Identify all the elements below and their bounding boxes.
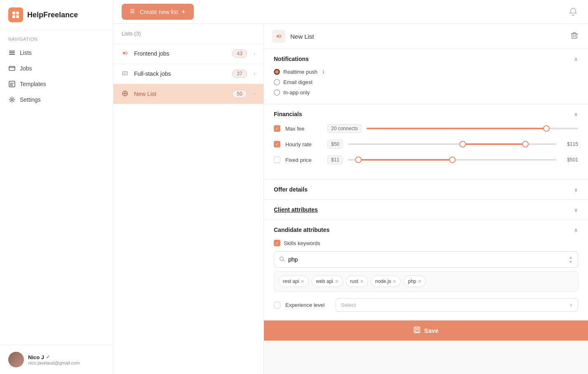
maxfee-slider[interactable]	[367, 124, 578, 133]
create-new-list-button[interactable]: Create new list +	[122, 4, 194, 20]
tag-nodejs[interactable]: node.js ✕	[371, 276, 401, 287]
fixed-checkbox[interactable]	[274, 157, 280, 163]
nav-label: Navigation	[0, 30, 113, 45]
financials-header[interactable]: Financials ∧	[264, 104, 588, 124]
notifications-chevron: ∧	[574, 56, 578, 62]
skills-search-box[interactable]: ▲ ▼	[274, 251, 578, 268]
user-name: Nico J ✓	[28, 354, 80, 360]
svg-rect-11	[10, 85, 13, 86]
lists-panel: Lists (3) Frontend jobs 43 › Full-stack …	[113, 24, 264, 374]
offer-details-header[interactable]: Offer details ∨	[264, 180, 588, 199]
financials-section: Financials ∧ ✓ Max fee 20 connects	[264, 104, 588, 180]
tag-close-php[interactable]: ✕	[418, 279, 421, 284]
financials-body: ✓ Max fee 20 connects	[264, 124, 588, 179]
svg-point-22	[280, 257, 284, 260]
sidebar-item-templates[interactable]: Templates	[0, 76, 113, 92]
templates-icon	[8, 80, 16, 88]
newlist-icon	[122, 90, 129, 98]
frontend-name: Frontend jobs	[134, 50, 227, 57]
fullstack-icon	[122, 70, 129, 78]
maxfee-track	[367, 128, 578, 129]
jobs-icon	[8, 65, 16, 72]
list-item-frontend[interactable]: Frontend jobs 43 ›	[113, 44, 263, 64]
skills-checkbox[interactable]: ✓	[274, 240, 280, 246]
maxfee-label: Max fee	[285, 126, 322, 132]
financials-chevron: ∧	[574, 111, 578, 117]
svg-rect-9	[10, 83, 14, 84]
fixed-value: $11	[327, 155, 343, 164]
candidate-attributes-title: Candidate attributes	[274, 227, 329, 233]
lists-header: Lists (3)	[113, 24, 263, 44]
candidate-attributes-header[interactable]: Candidate attributes ∧	[264, 220, 588, 240]
experience-row: Experience level Select ∨	[274, 298, 578, 312]
sidebar-item-lists[interactable]: Lists	[0, 45, 113, 61]
radio-inapp-label: In-app only	[283, 89, 310, 96]
sidebar-label-settings: Settings	[20, 96, 41, 103]
logo-area: HelpFreelance	[0, 0, 113, 30]
search-stepper[interactable]: ▲ ▼	[569, 255, 573, 264]
tag-close-webapi[interactable]: ✕	[335, 279, 339, 284]
tag-rust[interactable]: rust ✕	[346, 276, 368, 287]
svg-rect-7	[9, 66, 15, 70]
exp-checkbox[interactable]	[274, 302, 280, 309]
logo-icon	[8, 7, 23, 22]
plus-icon: +	[181, 8, 186, 16]
fixed-slider[interactable]	[348, 156, 557, 164]
sidebar-item-settings[interactable]: Settings	[0, 92, 113, 108]
maxfee-checkbox[interactable]: ✓	[274, 125, 280, 132]
tag-webapi[interactable]: web api ✕	[311, 276, 343, 287]
radio-inapp[interactable]: In-app only	[274, 89, 578, 96]
svg-rect-24	[415, 330, 419, 332]
svg-rect-15	[130, 12, 134, 13]
tag-close-nodejs[interactable]: ✕	[393, 279, 396, 284]
maxfee-thumb[interactable]	[543, 125, 550, 132]
radio-email[interactable]: Email digest	[274, 79, 578, 85]
client-attributes-section: Client attributes ∨	[264, 200, 588, 220]
client-attributes-header[interactable]: Client attributes ∨	[264, 200, 588, 220]
notification-icon[interactable]	[567, 5, 580, 19]
search-icon	[279, 256, 285, 263]
exp-label: Experience level	[285, 302, 331, 308]
hourly-thumb2[interactable]	[522, 141, 529, 147]
list-item-newlist[interactable]: New List 50 ›	[113, 84, 263, 104]
exp-select[interactable]: Select ∨	[336, 298, 578, 312]
newlist-name: New List	[134, 91, 227, 97]
fullstack-chevron: ›	[254, 71, 255, 77]
maxfee-row: ✓ Max fee 20 connects	[274, 124, 578, 133]
radio-realtime-input[interactable]	[274, 69, 280, 75]
hourly-track	[348, 143, 557, 145]
radio-email-input[interactable]	[274, 79, 280, 85]
fixed-thumb1[interactable]	[355, 157, 362, 163]
exp-placeholder: Select	[341, 302, 356, 308]
user-info: Nico J ✓ nico.javelaud@gmail.com	[28, 354, 80, 365]
client-attributes-title: Client attributes	[274, 206, 318, 213]
radio-inapp-input[interactable]	[274, 89, 280, 96]
hourly-slider[interactable]	[348, 140, 557, 148]
sidebar-item-jobs[interactable]: Jobs	[0, 61, 113, 76]
save-button[interactable]: Save	[264, 320, 588, 341]
notifications-header[interactable]: Notifications ∧	[264, 49, 588, 69]
fixed-thumb2[interactable]	[449, 157, 456, 163]
skills-search-input[interactable]	[288, 256, 565, 263]
svg-rect-2	[12, 15, 15, 18]
sidebar-label-jobs: Jobs	[20, 65, 32, 72]
offer-details-title: Offer details	[274, 186, 308, 193]
svg-rect-3	[16, 15, 19, 18]
tag-php[interactable]: php ✕	[403, 276, 426, 287]
notifications-title: Notifications	[274, 56, 309, 62]
delete-button[interactable]	[569, 30, 580, 42]
radio-realtime[interactable]: Realtime push ℹ	[274, 69, 578, 75]
list-title-input[interactable]	[290, 33, 564, 40]
tag-close-rust[interactable]: ✕	[360, 279, 364, 284]
svg-rect-0	[12, 12, 15, 14]
list-item-fullstack[interactable]: Full-stack jobs 37 ›	[113, 64, 263, 84]
tag-close-restapi[interactable]: ✕	[301, 279, 304, 284]
hourly-thumb1[interactable]	[459, 141, 466, 147]
list-icon	[130, 8, 136, 16]
hourly-checkbox[interactable]: ✓	[274, 141, 280, 147]
tag-restapi[interactable]: rest api ✕	[278, 276, 309, 287]
topbar: Create new list +	[113, 0, 588, 24]
verified-icon: ✓	[46, 354, 50, 360]
svg-rect-19	[572, 34, 577, 38]
maxfee-value: 20 connects	[327, 124, 362, 133]
